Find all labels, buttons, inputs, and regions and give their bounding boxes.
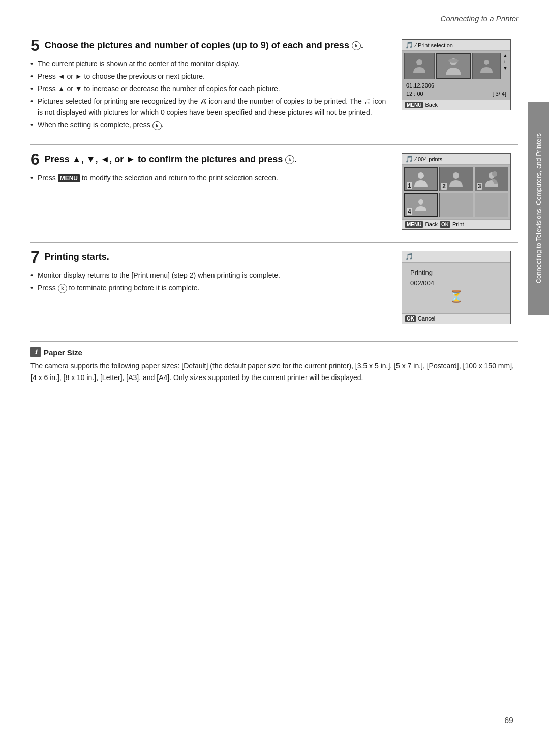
step5-number: 5 <box>30 39 40 53</box>
side-tab-text: Connecting to Televisions, Computers, an… <box>535 133 542 283</box>
print-icon-2: 🎵 <box>405 155 413 163</box>
page-number: 69 <box>504 716 513 725</box>
lcd2-thumb-4: 4 <box>404 193 438 217</box>
person-icon-left <box>410 57 429 75</box>
lcd1-thumb-left <box>404 53 435 79</box>
svg-point-7 <box>492 171 497 177</box>
or-1: or <box>67 72 73 80</box>
thumb2-icon <box>447 170 465 188</box>
lcd3-progress: 002/004 <box>410 279 502 287</box>
thumb3-icon <box>482 170 501 188</box>
lcd1-thumbs <box>404 53 501 79</box>
lcd2-grid: 1 2 <box>402 165 510 219</box>
step6-section: 6 Press ▲, ▼, ◄, or ► to confirm the pic… <box>30 144 518 237</box>
note-title-text: Paper Size <box>44 348 82 357</box>
print-icon-3: 🎵 <box>405 253 413 260</box>
lcd3-footer: OK Cancel <box>402 313 510 324</box>
svg-point-0 <box>416 59 422 65</box>
step5-left: 5 Choose the pictures and number of copi… <box>30 39 402 132</box>
ok-key-7: k <box>58 284 67 293</box>
lcd3-body: Printing 002/004 ⏳ <box>402 263 510 313</box>
svg-point-4 <box>418 172 424 179</box>
step5-bullets: The current picture is shown at the cent… <box>30 59 391 131</box>
lcd1-thumb-center <box>436 53 471 79</box>
lcd2-thumb-3: 3 <box>475 167 508 191</box>
svg-point-2 <box>448 59 459 63</box>
hourglass-icon: ⏳ <box>449 290 463 303</box>
printing-text: Printing <box>410 269 433 276</box>
lcd1-header: 🎵 ⁄ Print selection <box>402 40 510 51</box>
step5-section: 5 Choose the pictures and number of copi… <box>30 31 518 139</box>
lcd2-thumb-1: 1 <box>404 167 438 191</box>
note-text: The camera supports the following paper … <box>30 360 518 383</box>
step5-bullet-3: Press ▲ or ▼ to increase or decrease the… <box>30 83 391 95</box>
lcd1-header-text: ⁄ Print selection <box>415 42 453 48</box>
lcd1-back-label: Back <box>425 102 437 108</box>
step5-lcd: 🎵 ⁄ Print selection <box>402 39 518 110</box>
lcd2-header: 🎵 ⁄ 004 prints <box>402 154 510 165</box>
lcd1-thumb-right <box>472 53 501 79</box>
step5-title: 5 Choose the pictures and number of copi… <box>30 39 391 53</box>
lcd2-back-label: Back <box>425 221 437 228</box>
person-icon-center <box>443 56 464 76</box>
step5-bullet-5: When the setting is complete, press k. <box>30 120 391 131</box>
header-title: Connecting to a Printer <box>441 14 518 23</box>
step6-bullet-1: Press MENU to modify the selection and r… <box>30 172 391 184</box>
lcd2-print-label: Print <box>452 221 464 228</box>
nav-down-minus: ▼ − <box>503 65 508 77</box>
lcd1-counter: [ 3/ 4] <box>492 91 506 97</box>
lcd1-nav: ▲ + ▼ − <box>503 53 508 77</box>
thumb3-number: 3 <box>477 183 482 190</box>
nav-up-plus: ▲ + <box>503 53 508 65</box>
note-icon: ℹ <box>30 347 41 357</box>
main-content: 5 Choose the pictures and number of copi… <box>30 31 518 715</box>
svg-point-8 <box>418 199 423 205</box>
step7-number: 7 <box>30 251 40 265</box>
lcd1-info: 01.12.2006 <box>404 81 508 90</box>
lcd1-time-row: 12 : 00 [ 3/ 4] <box>404 90 508 98</box>
step5-bullet-4: Pictures selected for printing are recog… <box>30 96 391 118</box>
lcd3-printing-label: Printing <box>410 269 502 276</box>
step7-section: 7 Printing starts. Monitor display retur… <box>30 242 518 331</box>
lcd3-header: 🎵 <box>402 251 510 263</box>
note-section: ℹ Paper Size The camera supports the fol… <box>30 341 518 383</box>
note-title: ℹ Paper Size <box>30 347 518 357</box>
lcd3-cancel-label: Cancel <box>418 315 435 322</box>
lcd-screen-2: 🎵 ⁄ 004 prints 1 <box>402 153 511 230</box>
ok-key-5b: k <box>152 121 162 130</box>
step6-number: 6 <box>30 153 40 167</box>
step6-left: 6 Press ▲, ▼, ◄, or ► to confirm the pic… <box>30 153 402 185</box>
lcd1-time: 12 : 00 <box>406 91 423 97</box>
thumb4-icon <box>414 198 428 212</box>
thumb2-number: 2 <box>441 183 447 190</box>
side-tab: Connecting to Televisions, Computers, an… <box>528 102 549 315</box>
lcd2-thumb-2: 2 <box>439 167 473 191</box>
lcd2-thumb-5 <box>439 193 473 217</box>
step6-bullets: Press MENU to modify the selection and r… <box>30 172 391 184</box>
lcd1-footer: MENU Back <box>402 100 510 110</box>
lcd1-thumb-row: ▲ + ▼ − <box>404 53 508 81</box>
lcd2-header-text: ⁄ 004 prints <box>415 156 442 162</box>
menu-inline-6: MENU <box>58 174 80 182</box>
step7-bullet-1: Monitor display returns to the [Print me… <box>30 270 391 281</box>
step6-lcd: 🎵 ⁄ 004 prints 1 <box>402 153 518 230</box>
step6-title: 6 Press ▲, ▼, ◄, or ► to confirm the pic… <box>30 153 391 167</box>
lcd2-footer: MENU Back OK Print <box>402 219 510 229</box>
ok-key-5: k <box>352 41 361 50</box>
lcd2-menu-label: MENU <box>405 221 423 228</box>
lcd1-menu-label: MENU <box>405 102 423 108</box>
step7-left: 7 Printing starts. Monitor display retur… <box>30 251 402 295</box>
step7-bullets: Monitor display returns to the [Print me… <box>30 270 391 294</box>
lcd-screen-3: 🎵 Printing 002/004 ⏳ OK Cancel <box>402 251 511 324</box>
lcd-screen-1: 🎵 ⁄ Print selection <box>402 39 511 110</box>
step7-title: 7 Printing starts. <box>30 251 391 265</box>
print-icon-1: 🎵 <box>405 41 413 49</box>
thumb1-icon <box>412 170 430 188</box>
page-header: Connecting to a Printer <box>441 14 518 23</box>
lcd3-ok-label: OK <box>405 315 416 322</box>
thumb1-number: 1 <box>407 182 412 189</box>
step7-title-text: Printing starts. <box>45 252 109 262</box>
step7-bullet-2: Press k to terminate printing before it … <box>30 283 391 294</box>
svg-point-5 <box>453 172 459 179</box>
thumb4-number: 4 <box>407 208 412 215</box>
